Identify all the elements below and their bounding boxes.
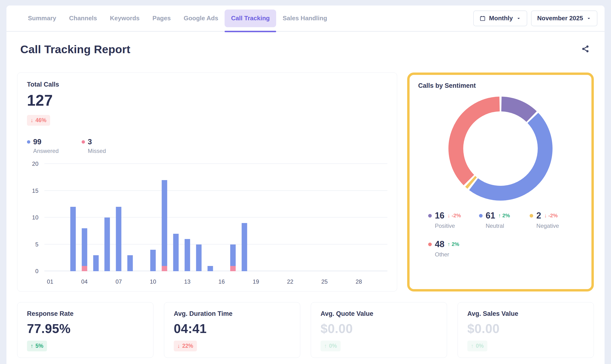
share-icon xyxy=(581,45,590,54)
gridline-y-15 xyxy=(44,190,387,191)
legend-item-answered: 99Answered xyxy=(27,138,59,154)
donut-segment-negative xyxy=(470,181,472,183)
x-axis-label-28: 28 xyxy=(356,278,362,285)
kpi-card-avg-sales-value: Avg. Sales Value$0.00↑0% xyxy=(458,302,594,358)
y-axis-label-0: 0 xyxy=(27,268,39,274)
y-axis-label-10: 10 xyxy=(27,214,39,221)
tab-google-ads[interactable]: Google Ads xyxy=(177,10,225,27)
sentiment-dot-negative xyxy=(530,214,533,218)
total-calls-value: 127 xyxy=(27,91,387,109)
month-dropdown-label: November 2025 xyxy=(537,14,583,22)
bar-answered-day-12 xyxy=(173,234,179,272)
bar-answered-day-05 xyxy=(93,255,99,272)
legend-dot-answered xyxy=(27,140,30,143)
sentiment-legend-item-positive: 16↓ -2%Positive xyxy=(428,211,479,229)
kpi-title-response-rate: Response Rate xyxy=(27,310,144,317)
tab-pages[interactable]: Pages xyxy=(146,10,177,27)
bar-answered-day-13 xyxy=(185,239,190,271)
tab-channels[interactable]: Channels xyxy=(63,10,104,27)
kpi-delta-badge-avg-quote-value: ↑0% xyxy=(320,341,341,351)
title-row: Call Tracking Report xyxy=(6,43,605,56)
donut-segment-neutral xyxy=(474,118,545,193)
main-row: Total Calls 127 ↓ 46% 99Answered3Missed … xyxy=(6,73,605,291)
sentiment-dot-positive xyxy=(428,214,432,218)
bar-answered-day-08 xyxy=(127,255,133,272)
calendar-icon xyxy=(479,15,486,22)
kpi-delta-value-avg-duration-time: 22% xyxy=(182,343,193,349)
arrow-up-icon: ↑ xyxy=(324,343,327,349)
sentiment-legend-top-negative: 2↓ -2% xyxy=(530,211,581,221)
bar-missed-day-17 xyxy=(230,266,236,272)
bar-answered-day-15 xyxy=(207,266,213,272)
kpi-title-avg-sales-value: Avg. Sales Value xyxy=(467,310,584,317)
gridline-y-5 xyxy=(44,244,387,245)
sentiment-legend-top-positive: 16↓ -2% xyxy=(428,211,479,221)
chevron-down-icon xyxy=(586,16,591,21)
sentiment-legend-item-neutral: 61↑ 2%Neutral xyxy=(479,211,530,229)
gridline-y-20 xyxy=(44,163,387,164)
sentiment-value-negative: 2 xyxy=(536,211,541,221)
total-calls-title: Total Calls xyxy=(27,81,387,88)
sentiment-legend-item-other: 48↑ 2%Other xyxy=(428,239,479,258)
legend-dot-missed xyxy=(82,140,85,143)
tab-keywords[interactable]: Keywords xyxy=(104,10,146,27)
bar-answered-day-18 xyxy=(242,223,247,272)
bar-answered-day-17 xyxy=(230,245,236,266)
page-title: Call Tracking Report xyxy=(20,43,130,56)
arrow-up-icon: ↑ xyxy=(30,343,33,349)
tab-sales-handling[interactable]: Sales Handling xyxy=(276,10,333,27)
sentiment-value-neutral: 61 xyxy=(486,211,495,221)
legend-value-missed: 3 xyxy=(88,138,106,146)
bar-answered-day-11 xyxy=(161,180,167,266)
x-axis-label-10: 10 xyxy=(150,278,156,285)
bar-missed-day-11 xyxy=(161,266,167,272)
bar-missed-day-04 xyxy=(82,266,87,272)
y-axis-label-5: 5 xyxy=(27,241,39,248)
nav-tabs: SummaryChannelsKeywordsPagesGoogle AdsCa… xyxy=(22,5,334,31)
tab-summary[interactable]: Summary xyxy=(22,10,63,27)
kpi-delta-badge-avg-sales-value: ↑0% xyxy=(467,341,487,351)
gridline-y-10 xyxy=(44,217,387,218)
arrow-down-icon: ↓ xyxy=(177,343,180,349)
kpi-row: Response Rate77.95%↑5%Avg. Duration Time… xyxy=(6,302,605,358)
month-dropdown[interactable]: November 2025 xyxy=(531,11,598,26)
kpi-delta-badge-avg-duration-time: ↓22% xyxy=(174,341,197,351)
total-calls-card: Total Calls 127 ↓ 46% 99Answered3Missed … xyxy=(17,73,397,291)
kpi-delta-value-avg-sales-value: 0% xyxy=(476,343,484,349)
bar-answered-day-03 xyxy=(70,207,76,271)
sentiment-card: Calls by Sentiment 16↓ -2%Positive61↑ 2%… xyxy=(407,73,594,291)
kpi-value-response-rate: 77.95% xyxy=(27,321,144,336)
tab-call-tracking[interactable]: Call Tracking xyxy=(225,10,276,27)
legend-label-missed: Missed xyxy=(88,148,106,154)
kpi-title-avg-quote-value: Avg. Quote Value xyxy=(320,310,437,317)
x-axis-label-19: 19 xyxy=(253,278,259,285)
sentiment-delta-negative: ↓ -2% xyxy=(544,212,558,219)
x-axis-label-25: 25 xyxy=(321,278,328,285)
x-axis-label-01: 01 xyxy=(47,278,53,285)
total-calls-legend: 99Answered3Missed xyxy=(27,138,387,154)
kpi-value-avg-sales-value: $0.00 xyxy=(467,321,584,336)
share-button[interactable] xyxy=(580,44,591,55)
calls-bar-chart: 0510152001040710131619222528 xyxy=(27,164,387,285)
sentiment-label-neutral: Neutral xyxy=(486,222,530,229)
sentiment-dot-other xyxy=(428,243,432,246)
kpi-value-avg-quote-value: $0.00 xyxy=(320,321,437,336)
kpi-card-avg-duration-time: Avg. Duration Time04:41↓22% xyxy=(164,302,300,358)
bar-answered-day-06 xyxy=(105,218,110,271)
x-axis-label-22: 22 xyxy=(287,278,293,285)
sentiment-title: Calls by Sentiment xyxy=(418,82,583,90)
legend-label-answered: Answered xyxy=(33,148,59,154)
donut-segment-other xyxy=(456,104,500,180)
sentiment-legend-top-other: 48↑ 2% xyxy=(428,239,479,249)
x-axis-label-16: 16 xyxy=(218,278,225,285)
sentiment-donut-wrap xyxy=(418,95,583,203)
app-panel: SummaryChannelsKeywordsPagesGoogle AdsCa… xyxy=(6,5,605,364)
kpi-value-avg-duration-time: 04:41 xyxy=(174,321,291,336)
period-dropdown[interactable]: Monthly xyxy=(473,11,527,26)
x-axis-label-13: 13 xyxy=(184,278,190,285)
sentiment-value-positive: 16 xyxy=(435,211,444,221)
sentiment-legend-top-neutral: 61↑ 2% xyxy=(479,211,530,221)
bar-answered-day-04 xyxy=(82,228,87,266)
top-nav: SummaryChannelsKeywordsPagesGoogle AdsCa… xyxy=(6,5,605,32)
legend-item-missed: 3Missed xyxy=(82,138,106,154)
